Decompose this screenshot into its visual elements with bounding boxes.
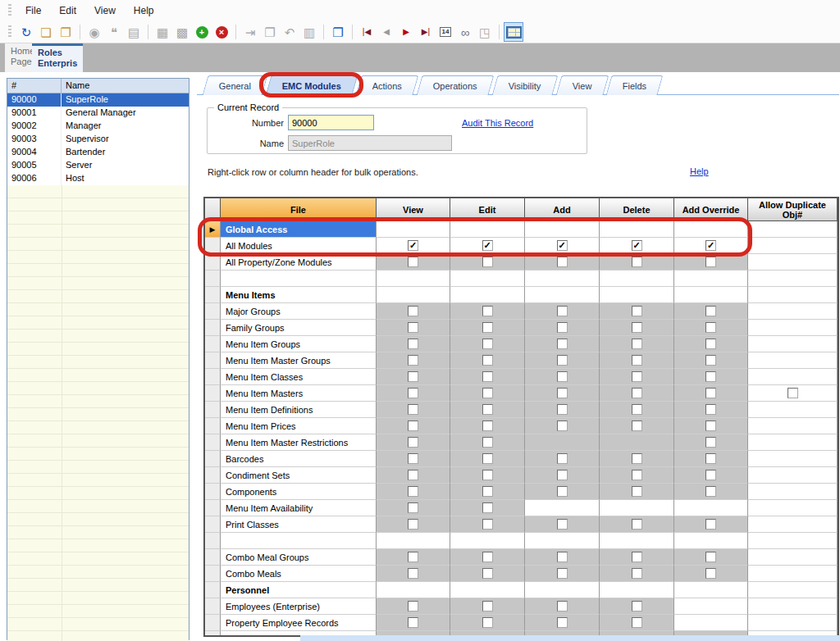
col-header-delete[interactable]: Delete — [600, 198, 674, 221]
permission-checkbox-cell[interactable] — [377, 434, 450, 451]
checkbox-unchecked[interactable] — [557, 568, 568, 579]
checkbox-unchecked[interactable] — [557, 388, 568, 398]
permission-checkbox-cell[interactable] — [377, 336, 450, 352]
checkbox-unchecked[interactable] — [482, 339, 493, 349]
checkbox-unchecked[interactable] — [482, 355, 493, 366]
checkbox-unchecked[interactable] — [482, 519, 493, 530]
module-label[interactable]: All Property/Zone Modules — [221, 254, 377, 270]
checkbox-unchecked[interactable] — [408, 322, 418, 333]
module-label[interactable]: Menu Item Classes — [221, 369, 377, 385]
checkbox-unchecked[interactable] — [705, 470, 716, 480]
checkbox-unchecked[interactable] — [632, 568, 642, 579]
checkbox-unchecked[interactable] — [557, 306, 568, 316]
help-link[interactable]: Help — [690, 166, 709, 176]
col-header-add[interactable]: Add — [525, 198, 600, 221]
checkbox-unchecked[interactable] — [632, 371, 642, 382]
permission-checkbox-cell[interactable] — [450, 516, 525, 533]
permission-checkbox-cell[interactable] — [377, 549, 450, 566]
checkbox-checked[interactable]: ✓ — [705, 240, 716, 251]
permission-checkbox-cell[interactable]: ✓ — [377, 238, 450, 254]
permission-checkbox-cell[interactable] — [377, 615, 450, 631]
permission-checkbox-cell[interactable] — [450, 418, 525, 434]
save-icon[interactable]: ▦ — [153, 23, 171, 41]
checkbox-unchecked[interactable] — [632, 339, 642, 349]
checkbox-unchecked[interactable] — [408, 519, 418, 530]
permission-checkbox-cell[interactable] — [450, 484, 525, 500]
checkbox-checked[interactable]: ✓ — [482, 240, 493, 251]
permission-checkbox-cell[interactable] — [674, 320, 748, 336]
checkbox-unchecked[interactable] — [482, 502, 493, 513]
audit-record-link[interactable]: Audit This Record — [462, 118, 533, 128]
permission-checkbox-cell[interactable] — [377, 451, 450, 467]
checkbox-unchecked[interactable] — [408, 306, 418, 316]
permission-checkbox-cell[interactable] — [674, 336, 748, 352]
checkbox-unchecked[interactable] — [788, 388, 798, 398]
permission-checkbox-cell[interactable] — [600, 516, 674, 533]
checkbox-unchecked[interactable] — [705, 388, 716, 398]
col-header-add-override[interactable]: Add Override — [674, 198, 748, 221]
tab-fields[interactable]: Fields — [606, 75, 664, 95]
module-label[interactable] — [221, 533, 377, 549]
checkbox-unchecked[interactable] — [408, 486, 418, 497]
role-row[interactable]: 90003Supervisor — [7, 133, 189, 146]
module-label[interactable]: Property Employee Records — [221, 615, 377, 631]
checkbox-unchecked[interactable] — [632, 322, 642, 333]
permission-checkbox-cell[interactable] — [600, 484, 674, 500]
role-row[interactable]: 90004Bartender — [7, 146, 189, 159]
module-label[interactable]: Barcodes — [221, 451, 377, 467]
permission-checkbox-cell[interactable] — [600, 303, 674, 320]
checkbox-unchecked[interactable] — [408, 257, 418, 267]
checkbox-unchecked[interactable] — [408, 371, 418, 382]
permission-checkbox-cell[interactable] — [525, 549, 600, 566]
permission-checkbox-cell[interactable] — [674, 516, 748, 533]
record-icon[interactable]: ◉ — [85, 23, 103, 41]
permission-checkbox-cell[interactable] — [450, 336, 525, 352]
permission-checkbox-cell[interactable] — [674, 549, 748, 566]
copy-link-icon[interactable]: ❐ — [57, 23, 75, 41]
module-label[interactable]: Menu Item Definitions — [221, 402, 377, 418]
checkbox-unchecked[interactable] — [408, 388, 418, 398]
checkbox-unchecked[interactable] — [482, 322, 493, 333]
checkbox-unchecked[interactable] — [557, 486, 568, 497]
permission-checkbox-cell[interactable] — [674, 467, 748, 484]
module-label[interactable]: Employees (Enterprise) — [221, 598, 377, 615]
checkbox-unchecked[interactable] — [482, 404, 493, 415]
nav-next-icon[interactable]: ▶ — [397, 23, 415, 41]
tab-operations[interactable]: Operations — [417, 75, 495, 95]
find-icon[interactable]: ∞ — [456, 23, 474, 41]
roles-col-name[interactable]: Name — [62, 79, 94, 93]
number-field[interactable] — [288, 115, 374, 130]
role-row[interactable]: 90001General Manager — [7, 107, 189, 120]
permission-checkbox-cell[interactable] — [377, 303, 450, 320]
checkbox-unchecked[interactable] — [705, 339, 716, 349]
permission-checkbox-cell[interactable] — [450, 352, 525, 369]
permission-checkbox-cell[interactable] — [525, 598, 600, 615]
checkbox-unchecked[interactable] — [482, 470, 493, 480]
checkbox-unchecked[interactable] — [632, 388, 642, 398]
permission-checkbox-cell[interactable] — [600, 320, 674, 336]
checkbox-unchecked[interactable] — [408, 421, 418, 431]
copy-icon[interactable]: ❐ — [261, 23, 279, 41]
permission-checkbox-cell[interactable]: ✓ — [525, 238, 600, 254]
permission-checkbox-cell[interactable] — [450, 385, 525, 402]
module-label[interactable]: Print Classes — [221, 516, 377, 533]
checkbox-unchecked[interactable] — [408, 339, 418, 349]
permission-checkbox-cell[interactable]: ✓ — [600, 238, 674, 254]
checkbox-checked[interactable]: ✓ — [557, 240, 568, 251]
checkbox-unchecked[interactable] — [557, 601, 568, 611]
permission-checkbox-cell[interactable]: ✓ — [450, 238, 525, 254]
checkbox-unchecked[interactable] — [632, 355, 642, 366]
checkbox-unchecked[interactable] — [482, 437, 493, 448]
menu-file[interactable]: File — [16, 2, 50, 20]
menu-edit[interactable]: Edit — [50, 2, 85, 20]
permission-checkbox-cell[interactable] — [377, 402, 450, 418]
permission-checkbox-cell[interactable] — [377, 516, 450, 533]
permission-checkbox-cell[interactable]: ✓ — [674, 238, 748, 254]
delete-record-icon[interactable]: × — [212, 23, 231, 41]
roles-col-number[interactable]: # — [7, 79, 62, 93]
checkbox-unchecked[interactable] — [632, 601, 642, 611]
permission-checkbox-cell[interactable] — [450, 549, 525, 566]
permission-checkbox-cell[interactable] — [674, 418, 748, 434]
checkbox-unchecked[interactable] — [705, 519, 716, 530]
permission-checkbox-cell[interactable] — [674, 434, 748, 451]
